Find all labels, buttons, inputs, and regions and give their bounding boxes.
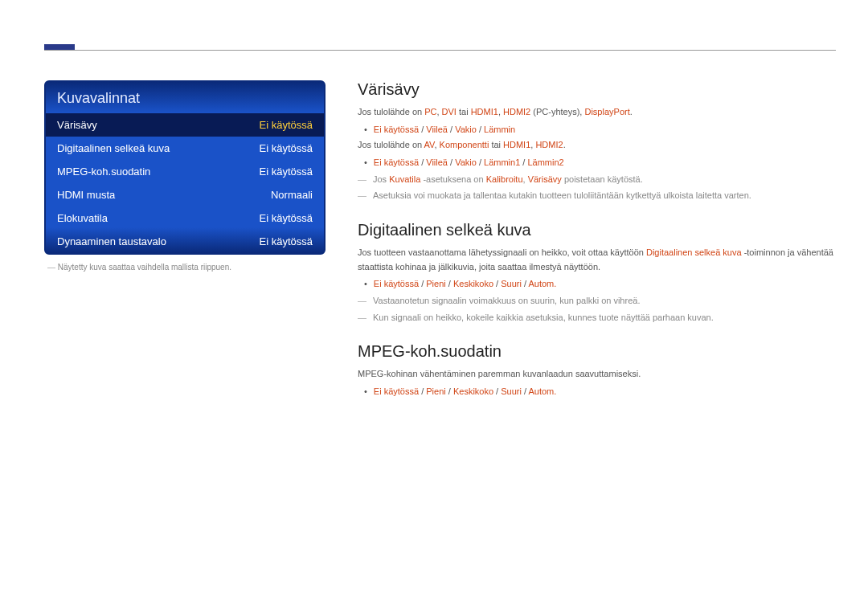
menu-label: MPEG-koh.suodatin <box>57 166 150 178</box>
menu-value: Normaali <box>271 189 313 201</box>
option-list: Ei käytössä / Pieni / Keskikoko / Suuri … <box>364 276 836 292</box>
body-text: MPEG-kohinan vähentäminen paremman kuvan… <box>358 367 836 382</box>
option-list: Ei käytössä / Viileä / Vakio / Lämmin <box>364 122 836 137</box>
menu-label: Digitaalinen selkeä kuva <box>57 142 170 154</box>
menu-item-hdmi-black[interactable]: HDMI musta Normaali <box>46 183 324 206</box>
menu-label: HDMI musta <box>57 189 115 201</box>
body-text: Jos tulolähde on AV, Komponentti tai HDM… <box>358 138 836 153</box>
osd-panel: Kuvavalinnat Värisävy Ei käytössä Digita… <box>44 80 326 255</box>
menu-value: Ei käytössä <box>260 142 313 154</box>
menu-item-digital[interactable]: Digitaalinen selkeä kuva Ei käytössä <box>46 137 324 160</box>
note-text: Vastaanotetun signaalin voimakkuus on su… <box>358 293 836 309</box>
page-content: Kuvavalinnat Värisävy Ei käytössä Digita… <box>44 80 836 400</box>
menu-item-varisavy[interactable]: Värisävy Ei käytössä <box>46 113 324 137</box>
option-list: Ei käytössä / Viileä / Vakio / Lämmin1 /… <box>364 155 836 170</box>
note-text: Kun signaali on heikko, kokeile kaikkia … <box>358 310 836 325</box>
menu-label: Värisävy <box>57 119 97 131</box>
body-text: Jos tuotteen vastaanottama lähetyssignaa… <box>358 246 836 274</box>
note-text: Asetuksia voi muokata ja tallentaa kutak… <box>358 188 836 203</box>
section-heading-varisavy: Värisävy <box>358 80 836 99</box>
note-text: Jos Kuvatila -asetuksena on Kalibroitu, … <box>358 172 836 187</box>
panel-title: Kuvavalinnat <box>46 82 324 113</box>
menu-label: Elokuvatila <box>57 212 108 224</box>
body-text: Jos tulolähde on PC, DVI tai HDMI1, HDMI… <box>358 105 836 120</box>
menu-value: Ei käytössä <box>260 166 313 178</box>
section-heading-digital: Digitaalinen selkeä kuva <box>358 221 836 239</box>
panel-footnote: Näytetty kuva saattaa vaihdella mallista… <box>44 263 326 272</box>
menu-label: Dynaaminen taustavalo <box>57 235 166 247</box>
menu-item-film-mode[interactable]: Elokuvatila Ei käytössä <box>46 206 324 230</box>
header-divider <box>44 50 836 51</box>
menu-value: Ei käytössä <box>260 235 313 247</box>
menu-item-dynamic-backlight[interactable]: Dynaaminen taustavalo Ei käytössä <box>46 230 324 253</box>
menu-value: Ei käytössä <box>260 119 313 131</box>
menu-value: Ei käytössä <box>260 212 313 224</box>
left-column: Kuvavalinnat Värisävy Ei käytössä Digita… <box>44 80 326 400</box>
header-accent <box>44 44 75 50</box>
right-column: Värisävy Jos tulolähde on PC, DVI tai HD… <box>358 80 836 400</box>
option-list: Ei käytössä / Pieni / Keskikoko / Suuri … <box>364 384 836 399</box>
menu-item-mpeg[interactable]: MPEG-koh.suodatin Ei käytössä <box>46 160 324 183</box>
section-heading-mpeg: MPEG-koh.suodatin <box>358 342 836 361</box>
